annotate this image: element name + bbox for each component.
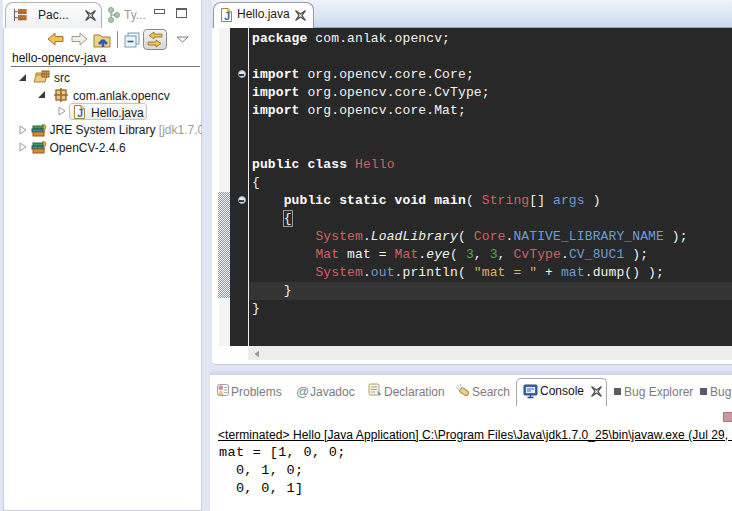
svg-text:J: J bbox=[224, 10, 230, 22]
svg-text:J: J bbox=[77, 106, 83, 118]
